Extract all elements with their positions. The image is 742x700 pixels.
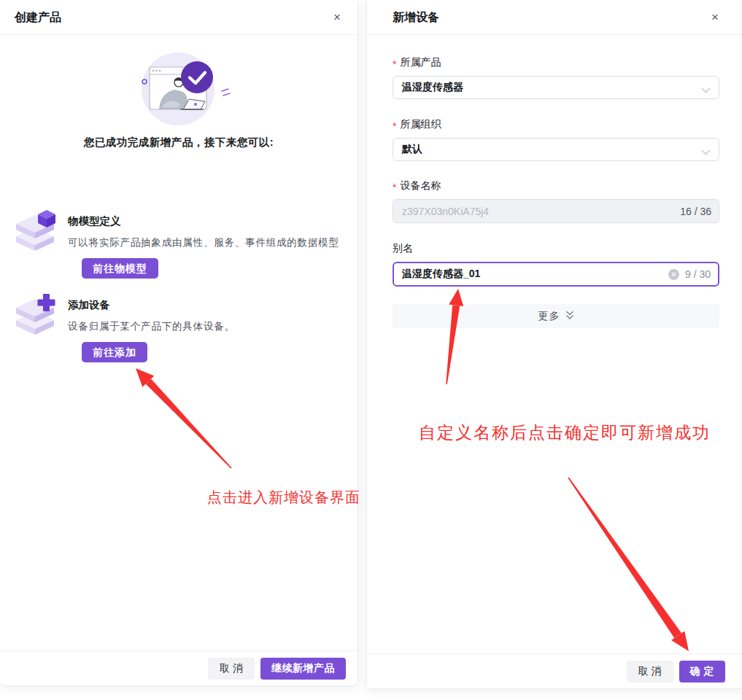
create-product-dialog: 创建产品 × 您已成功完成新增产品，接 [0, 0, 358, 686]
close-icon[interactable]: × [327, 7, 347, 28]
section-title: 物模型定义 [68, 210, 350, 228]
alias-input[interactable] [402, 268, 662, 280]
add-device-footer: 取 消 确 定 [367, 653, 742, 688]
alias-field-label: 别名 [393, 243, 719, 254]
cancel-button[interactable]: 取 消 [627, 661, 673, 682]
thing-model-stack-icon [15, 210, 57, 252]
dialog-title: 新增设备 [393, 10, 439, 26]
section-title: 添加设备 [68, 294, 350, 312]
add-device-form: * 所属产品 温湿度传感器 * 所属组织 默认 * 设备 [393, 35, 719, 328]
create-product-header: 创建产品 × [0, 0, 358, 35]
device-name-counter: 16 / 36 [680, 206, 711, 217]
annotation-confirm-hint: 自定义名称后点击确定即可新增成功 [419, 421, 711, 444]
org-select-value: 默认 [402, 143, 422, 156]
create-product-footer: 取 消 继续新增产品 [0, 650, 358, 685]
product-select-value: 温湿度传感器 [402, 81, 463, 94]
product-field-label: * 所属产品 [393, 57, 719, 69]
success-illustration [115, 48, 244, 130]
product-select[interactable]: 温湿度传感器 [393, 76, 719, 99]
close-icon[interactable]: × [705, 7, 725, 28]
required-mark: * [393, 182, 396, 193]
confirm-button[interactable]: 确 定 [679, 661, 725, 682]
org-select[interactable]: 默认 [393, 138, 719, 161]
success-message: 您已成功完成新增产品，接下来您可以: [0, 136, 358, 149]
section-description: 可以将实际产品抽象成由属性、服务、事件组成的数据模型 [68, 236, 350, 249]
clear-icon[interactable]: ✕ [668, 269, 679, 280]
section-thing-model: 物模型定义 可以将实际产品抽象成由属性、服务、事件组成的数据模型 前往物模型 [0, 210, 358, 279]
section-description: 设备归属于某个产品下的具体设备。 [68, 320, 350, 333]
org-field-label: * 所属组织 [393, 119, 719, 131]
double-chevron-down-icon [565, 310, 574, 323]
goto-thing-model-button[interactable]: 前往物模型 [82, 258, 158, 279]
chevron-down-icon [701, 146, 711, 159]
more-label: 更多 [538, 310, 560, 323]
section-add-device: 添加设备 设备归属于某个产品下的具体设备。 前往添加 [0, 294, 358, 362]
add-device-header: 新增设备 × [367, 0, 742, 35]
goto-add-device-button[interactable]: 前往添加 [82, 342, 147, 362]
add-device-stack-icon [15, 294, 57, 336]
dialog-title: 创建产品 [15, 10, 61, 26]
alias-input-wrap: ✕ 9 / 30 [393, 262, 719, 287]
more-toggle[interactable]: 更多 [393, 304, 719, 328]
continue-create-product-button[interactable]: 继续新增产品 [260, 658, 346, 680]
screen: 创建产品 × 您已成功完成新增产品，接 [0, 0, 742, 700]
required-mark: * [393, 58, 396, 70]
add-device-dialog: 新增设备 × * 所属产品 温湿度传感器 * 所属组织 默认 [366, 0, 742, 689]
required-mark: * [393, 120, 396, 132]
annotation-goto-add-device: 点击进入新增设备界面 [207, 488, 360, 508]
alias-counter: 9 / 30 [685, 268, 711, 280]
chevron-down-icon [701, 84, 711, 97]
device-name-field-label: * 设备名称 [393, 180, 719, 192]
device-name-input-wrap: 16 / 36 [393, 199, 719, 223]
device-name-input [402, 206, 674, 217]
cancel-button[interactable]: 取 消 [208, 658, 255, 680]
